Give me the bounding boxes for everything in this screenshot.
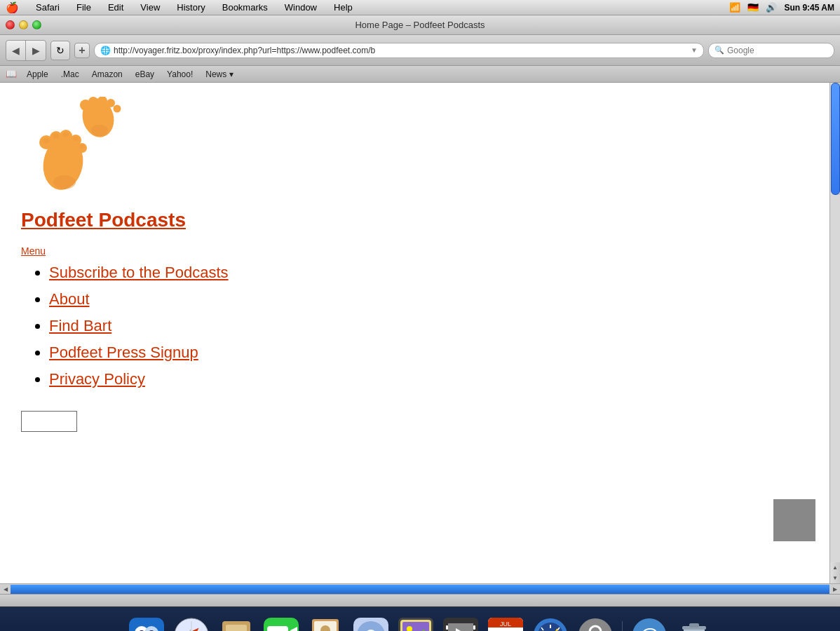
safari-menu[interactable]: Safari: [33, 1, 62, 13]
bookmark-ebay[interactable]: eBay: [130, 68, 160, 81]
svg-point-6: [91, 125, 108, 136]
svg-text:JUL: JUL: [499, 620, 510, 627]
dock-separator: [622, 621, 623, 632]
help-menu[interactable]: Help: [331, 1, 355, 13]
search-icon: 🔍: [714, 46, 724, 55]
list-item-subscribe: Subscribe to the Podcasts: [49, 264, 808, 282]
scrollbar-right[interactable]: ▲ ▼: [829, 83, 840, 583]
menu-bar: 🍎 Safari File Edit View History Bookmark…: [0, 0, 840, 15]
findbart-link[interactable]: Find Bart: [49, 317, 111, 334]
dock-atmail[interactable]: @: [628, 614, 670, 632]
svg-rect-50: [445, 623, 477, 632]
title-bar: Home Page – Podfeet Podcasts: [0, 15, 840, 35]
dock-itunes[interactable]: [350, 614, 392, 632]
list-item-about: About: [49, 290, 808, 308]
dock-ispeed[interactable]: [529, 614, 571, 632]
bookmark-amazon[interactable]: Amazon: [86, 68, 128, 81]
dock-trash[interactable]: [673, 614, 715, 632]
content-area: Podfeet Podcasts Menu Subscribe to the P…: [0, 83, 829, 583]
site-logo: [21, 97, 147, 202]
volume-icon: 🔊: [766, 2, 777, 13]
svg-text:✉: ✉: [231, 629, 241, 632]
wifi-icon: 📶: [729, 2, 740, 13]
bookmark-dotmac[interactable]: .Mac: [55, 68, 85, 81]
scroll-left-arrow[interactable]: ◀: [0, 584, 11, 595]
dock-imovie[interactable]: [440, 614, 482, 632]
site-title-link[interactable]: Podfeet Podcasts: [21, 209, 808, 231]
refresh-button[interactable]: ↻: [50, 41, 70, 60]
close-button[interactable]: [6, 20, 15, 29]
minimize-button[interactable]: [19, 20, 28, 29]
svg-rect-53: [446, 625, 448, 630]
svg-point-15: [53, 134, 60, 139]
window-menu[interactable]: Window: [282, 1, 320, 13]
dock-facetime[interactable]: [260, 614, 302, 632]
scrollbar-h-track[interactable]: [11, 585, 829, 594]
browser-container: Podfeet Podcasts Menu Subscribe to the P…: [0, 83, 840, 583]
list-item-press: Podfeet Press Signup: [49, 344, 808, 362]
bookmark-apple[interactable]: Apple: [21, 68, 54, 81]
subscribe-link[interactable]: Subscribe to the Podcasts: [49, 264, 229, 281]
search-bar[interactable]: 🔍: [708, 43, 834, 58]
bookmark-yahoo[interactable]: Yahoo!: [161, 68, 198, 81]
maximize-button[interactable]: [32, 20, 41, 29]
status-bar: [0, 594, 840, 606]
dock-keychain[interactable]: [574, 614, 616, 632]
list-item-privacy: Privacy Policy: [49, 370, 808, 388]
dock-ical[interactable]: 17 JUL: [485, 614, 527, 632]
svg-point-2: [88, 97, 98, 107]
gray-box: [773, 499, 815, 541]
scroll-up-arrow[interactable]: ▲: [831, 562, 840, 573]
svg-rect-82: [689, 623, 699, 627]
search-input[interactable]: [727, 46, 832, 55]
globe-icon: 🌐: [100, 46, 111, 55]
dock-finder[interactable]: [126, 614, 168, 632]
dock-iphoto[interactable]: [395, 614, 437, 632]
list-item-findbart: Find Bart: [49, 317, 808, 335]
clock: Sun 9:45 AM: [784, 3, 834, 13]
svg-rect-46: [402, 622, 429, 632]
history-menu[interactable]: History: [174, 1, 208, 13]
dock-safari[interactable]: [170, 614, 212, 632]
scroll-thumb[interactable]: [831, 83, 840, 195]
apple-menu[interactable]: 🍎: [6, 1, 19, 14]
svg-text:@: @: [639, 624, 658, 632]
svg-point-74: [578, 618, 612, 632]
svg-point-18: [80, 144, 85, 149]
bookmark-news[interactable]: News ▾: [200, 68, 238, 81]
url-chevron-icon: ▼: [691, 46, 698, 54]
window-title: Home Page – Podfeet Podcasts: [355, 20, 485, 30]
svg-rect-34: [267, 626, 288, 632]
url-bar[interactable]: 🌐 ▼: [94, 43, 704, 58]
url-input[interactable]: [114, 46, 688, 55]
toolbar: ◀ ▶ ↻ + 🌐 ▼ 🔍: [0, 35, 840, 66]
svg-point-14: [43, 138, 50, 144]
scrollbar-horizontal[interactable]: ◀ ▶: [0, 583, 840, 594]
svg-point-13: [53, 175, 76, 189]
dock: ✉: [0, 606, 840, 631]
svg-point-4: [107, 99, 115, 107]
flag-icon: 🇩🇪: [747, 2, 759, 13]
dock-stamp[interactable]: ✉: [215, 614, 257, 632]
forward-button[interactable]: ▶: [26, 41, 46, 60]
press-link[interactable]: Podfeet Press Signup: [49, 344, 198, 361]
edit-menu[interactable]: Edit: [105, 1, 126, 13]
svg-point-17: [73, 137, 79, 141]
scroll-down-arrow[interactable]: ▼: [831, 573, 840, 583]
dock-addressbook[interactable]: [305, 614, 347, 632]
bookmarks-icon: 📖: [6, 69, 17, 79]
nav-menu: Subscribe to the Podcasts About Find Bar…: [49, 264, 808, 388]
bookmarks-menu[interactable]: Bookmarks: [219, 1, 271, 13]
nav-buttons: ◀ ▶: [6, 40, 46, 61]
privacy-link[interactable]: Privacy Policy: [49, 370, 145, 388]
menu-label[interactable]: Menu: [21, 245, 808, 257]
new-tab-button[interactable]: +: [74, 43, 90, 58]
svg-point-5: [114, 105, 121, 113]
about-link[interactable]: About: [49, 290, 90, 308]
back-button[interactable]: ◀: [6, 41, 26, 60]
file-menu[interactable]: File: [74, 1, 94, 13]
view-menu[interactable]: View: [137, 1, 163, 13]
scroll-right-arrow[interactable]: ▶: [829, 584, 840, 595]
window-controls: [6, 20, 41, 29]
page-search-input[interactable]: [21, 411, 77, 432]
